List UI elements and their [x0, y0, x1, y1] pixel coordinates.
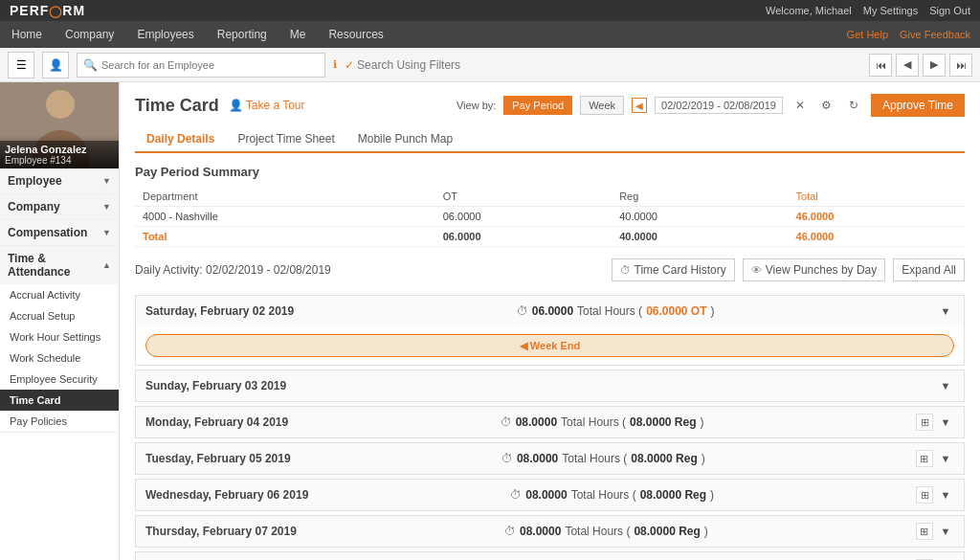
table-icon-mon[interactable]: ⊞: [916, 414, 933, 431]
nav-right: Get Help Give Feedback: [847, 29, 970, 40]
time-card-history-btn[interactable]: ⏱ Time Card History: [612, 258, 735, 281]
main-layout: Jelena Gonzalez Employee #134 Employee ▼…: [0, 82, 980, 560]
chevron-wednesday[interactable]: ▼: [937, 486, 954, 504]
ot-hours: 06.0000 OT: [646, 304, 706, 318]
sidebar-header-employee[interactable]: Employee ▼: [0, 168, 119, 193]
tour-link[interactable]: 👤 Take a Tour: [229, 99, 305, 112]
sidebar-item-work-schedule[interactable]: Work Schedule: [0, 347, 119, 369]
my-settings-link[interactable]: My Settings: [863, 5, 918, 16]
arrow-employee: ▼: [102, 176, 111, 186]
week-end-banner: ◀ Week End: [145, 334, 954, 357]
sign-out-link[interactable]: Sign Out: [929, 5, 970, 16]
close-date-btn[interactable]: ✕: [791, 96, 810, 115]
hours-val-mon: 08.0000: [516, 415, 557, 429]
sidebar-header-company[interactable]: Company ▼: [0, 194, 119, 219]
day-row-sunday: Sunday, February 03 2019 ▼: [135, 370, 965, 402]
table-row: 4000 - Nashville 06.0000 40.0000 46.0000: [135, 207, 965, 227]
total-ot: 06.0000: [435, 227, 612, 247]
tab-mobile-punch-map[interactable]: Mobile Punch Map: [346, 126, 464, 153]
day-row-tuesday: Tuesday, February 05 2019 ⏱ 08.0000 Tota…: [135, 442, 965, 475]
col-reg: Reg: [612, 187, 788, 207]
nav-resources[interactable]: Resources: [326, 24, 385, 45]
give-feedback-link[interactable]: Give Feedback: [900, 29, 970, 40]
nav-last-btn[interactable]: ⏭: [949, 54, 972, 77]
day-hours-wednesday: ⏱ 08.0000 Total Hours (08.0000 Reg): [510, 488, 714, 502]
top-bar-right: Welcome, Michael My Settings Sign Out: [766, 5, 970, 16]
tabs: Daily Details Project Time Sheet Mobile …: [135, 126, 965, 153]
approve-time-btn[interactable]: Approve Time: [871, 94, 965, 117]
sidebar-item-accrual-activity[interactable]: Accrual Activity: [0, 284, 119, 305]
day-controls-saturday: ▼: [937, 302, 954, 320]
col-ot: OT: [435, 187, 612, 207]
tab-daily-details[interactable]: Daily Details: [135, 126, 226, 153]
nav-home[interactable]: Home: [10, 24, 44, 45]
view-week-btn[interactable]: Week: [580, 96, 624, 115]
view-punches-btn[interactable]: 👁 View Punches by Day: [743, 258, 886, 281]
punches-label: View Punches by Day: [766, 263, 878, 277]
clock-icon-wed: ⏱: [510, 488, 522, 502]
view-by-label: View by:: [457, 100, 496, 111]
sidebar-item-employee-security[interactable]: Employee Security: [0, 369, 119, 390]
day-title-tuesday: Tuesday, February 05 2019: [145, 452, 291, 465]
expand-label: Expand All: [902, 263, 956, 277]
day-controls-tuesday: ⊞ ▼: [916, 450, 954, 467]
day-title-wednesday: Wednesday, February 06 2019: [145, 488, 308, 502]
sidebar-item-work-hour-settings[interactable]: Work Hour Settings: [0, 326, 119, 347]
sidebar: Jelena Gonzalez Employee #134 Employee ▼…: [0, 82, 120, 560]
tour-icon: 👤: [229, 99, 243, 112]
sidebar-section-time: Time & Attendance ▲ Accrual Activity Acc…: [0, 246, 119, 433]
week-end-text: ◀ Week End: [520, 340, 580, 351]
date-prev-btn[interactable]: ◀: [632, 98, 647, 113]
nav-company[interactable]: Company: [63, 24, 116, 45]
search-input[interactable]: [101, 59, 319, 71]
get-help-link[interactable]: Get Help: [847, 29, 888, 40]
reg-hours-thu: 08.0000 Reg: [634, 525, 700, 538]
chevron-sunday[interactable]: ▼: [937, 377, 954, 394]
table-icon-wed[interactable]: ⊞: [916, 486, 933, 504]
chevron-saturday[interactable]: ▼: [937, 302, 954, 320]
hours-val-thu: 08.0000: [520, 525, 561, 538]
nav-reporting[interactable]: Reporting: [215, 24, 269, 45]
hours-label-mon: Total Hours (: [561, 415, 626, 429]
nav-first-btn[interactable]: ⏮: [869, 54, 892, 77]
content-area: Time Card 👤 Take a Tour View by: Pay Per…: [120, 82, 980, 560]
day-hours-thursday: ⏱ 08.0000 Total Hours (08.0000 Reg): [504, 525, 708, 538]
user-icon-btn[interactable]: 👤: [42, 52, 69, 78]
day-hours-saturday: ⏱ 06.0000 Total Hours (06.0000 OT): [517, 304, 715, 318]
table-icon-tue[interactable]: ⊞: [916, 450, 933, 467]
settings-date-btn[interactable]: ⚙: [817, 96, 836, 115]
expand-all-btn[interactable]: Expand All: [893, 258, 965, 281]
daily-activity-label: Daily Activity: 02/02/2019 - 02/08/2019: [135, 263, 331, 277]
day-header-wednesday: Wednesday, February 06 2019 ⏱ 08.0000 To…: [136, 480, 964, 510]
total-reg: 40.0000: [612, 227, 788, 247]
sidebar-header-compensation[interactable]: Compensation ▼: [0, 220, 119, 245]
history-label: Time Card History: [635, 263, 726, 277]
nav-employees[interactable]: Employees: [135, 24, 195, 45]
chevron-tuesday[interactable]: ▼: [937, 450, 954, 467]
dept-name: 4000 - Nashville: [135, 207, 435, 227]
refresh-btn[interactable]: ↻: [844, 96, 863, 115]
view-pay-period-btn[interactable]: Pay Period: [503, 96, 572, 115]
nav-bar: Home Company Employees Reporting Me Reso…: [0, 21, 980, 48]
nav-next-btn[interactable]: ▶: [923, 54, 946, 77]
sidebar-item-time-card[interactable]: Time Card: [0, 390, 119, 411]
search-filter-btn[interactable]: ✓ Search Using Filters: [345, 58, 460, 72]
nav-prev-btn[interactable]: ◀: [896, 54, 919, 77]
day-title-sunday: Sunday, February 03 2019: [145, 379, 286, 392]
hours-label: Total Hours (: [577, 304, 642, 318]
day-controls-sunday: ▼: [937, 377, 954, 394]
nav-me[interactable]: Me: [288, 24, 308, 45]
nav-left: Home Company Employees Reporting Me Reso…: [10, 24, 386, 45]
sidebar-item-accrual-setup[interactable]: Accrual Setup: [0, 305, 119, 326]
day-title-saturday: Saturday, February 02 2019: [145, 304, 294, 318]
sidebar-header-time[interactable]: Time & Attendance ▲: [0, 246, 119, 284]
table-icon-thu[interactable]: ⊞: [916, 523, 933, 540]
menu-icon-btn[interactable]: ☰: [8, 52, 34, 78]
search-bar: ☰ 👤 🔍 ℹ ✓ Search Using Filters ⏮ ◀ ▶ ⏭: [0, 48, 980, 82]
tab-project-time-sheet[interactable]: Project Time Sheet: [226, 126, 345, 153]
chevron-monday[interactable]: ▼: [937, 414, 954, 431]
action-buttons: ⏱ Time Card History 👁 View Punches by Da…: [612, 258, 965, 281]
clock-icon-tue: ⏱: [501, 452, 513, 465]
sidebar-item-pay-policies[interactable]: Pay Policies: [0, 411, 119, 432]
chevron-thursday[interactable]: ▼: [937, 523, 954, 540]
